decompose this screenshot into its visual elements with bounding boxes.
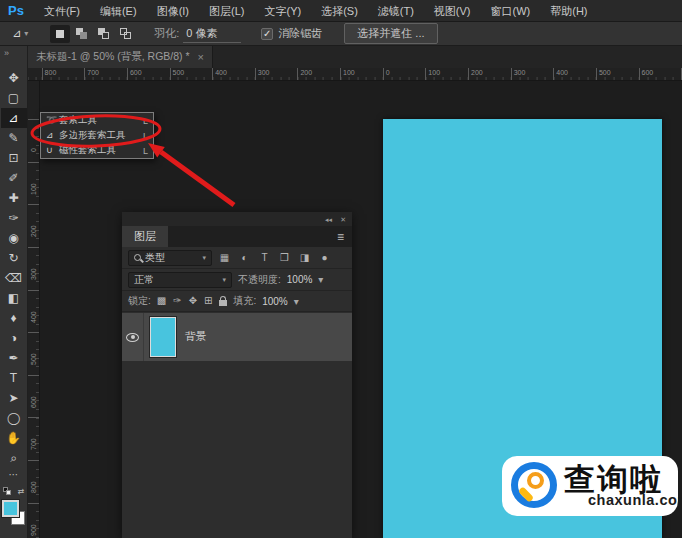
intersect-selection-icon (120, 28, 132, 40)
watermark-title: 查询啦 (564, 464, 663, 494)
visibility-toggle[interactable] (122, 313, 144, 361)
zoom-tool[interactable]: ⌕ (1, 448, 27, 468)
tool-options-bar: ⊿ ▾ 羽化: 0 像素 ✓ 消除锯齿 选择并遮住 ... (0, 22, 682, 46)
menu-item[interactable]: 文件(F) (34, 0, 90, 22)
toolbar-collapse-icon[interactable]: » (0, 46, 27, 62)
add-to-selection-button[interactable] (72, 25, 92, 43)
lasso-tool-item[interactable]: ➰ 套索工具 L (41, 113, 153, 128)
menu-item[interactable]: 滤镜(T) (368, 0, 424, 22)
lock-buttons: ▩✑✥⊞ (157, 296, 228, 306)
filter-adjustment-layers-icon[interactable]: ◐ (237, 253, 252, 263)
polygonal-lasso-tool[interactable]: ⊿ (1, 108, 27, 128)
logo-inner-ring (527, 472, 544, 489)
ruler-label: 200 (468, 68, 511, 80)
marquee-tool[interactable]: ▢ (1, 88, 27, 108)
photoshop-logo: Ps (0, 3, 34, 18)
ruler-label: 900 (28, 503, 39, 538)
crop-tool[interactable]: ⊡ (1, 148, 27, 168)
antialias-checkbox[interactable]: ✓ (261, 28, 273, 40)
menu-item[interactable]: 编辑(E) (90, 0, 147, 22)
close-tab-icon[interactable]: × (198, 51, 204, 63)
layer-thumbnail[interactable] (150, 317, 176, 357)
feather-input[interactable]: 0 像素 (183, 25, 241, 43)
lock-pixels-icon[interactable]: ✑ (173, 296, 181, 306)
filter-pixel-layers-icon[interactable]: ▦ (217, 253, 232, 263)
select-and-mask-button[interactable]: 选择并遮住 ... (344, 23, 437, 44)
vertical-ruler: 0100200300400500600700800900 (28, 81, 40, 538)
ruler-label: 800 (42, 68, 85, 80)
menu-item[interactable]: 窗口(W) (481, 0, 541, 22)
panel-header: ◂◂ ✕ (122, 212, 352, 226)
clone-stamp-tool[interactable]: ◉ (1, 228, 27, 248)
lock-artboard-icon[interactable]: ⊞ (204, 296, 212, 306)
magnifier-logo-icon (510, 461, 560, 511)
eraser-tool[interactable]: ⌫ (1, 268, 27, 288)
ruler-label: 400 (212, 68, 255, 80)
hand-tool[interactable]: ✋ (1, 428, 27, 448)
gradient-tool[interactable]: ◧ (1, 288, 27, 308)
chevron-down-icon: ▾ (222, 276, 226, 284)
ruler-label: 100 (340, 68, 383, 80)
filter-shape-layers-icon[interactable]: ❒ (277, 253, 292, 263)
dodge-tool[interactable]: ◑ (1, 328, 27, 348)
document-tab[interactable]: 未标题-1 @ 50% (背景, RGB/8) * × (28, 46, 213, 68)
blend-mode-dropdown[interactable]: 正常 ▾ (128, 272, 232, 288)
ruler-label: 800 (28, 460, 39, 503)
menu-item[interactable]: 图层(L) (199, 0, 254, 22)
brush-tool[interactable]: ✑ (1, 208, 27, 228)
ruler-label: 200 (297, 68, 340, 80)
current-tool-icon[interactable]: ⊿ ▾ (0, 27, 36, 40)
history-brush-tool[interactable]: ↻ (1, 248, 27, 268)
menu-item[interactable]: 文字(Y) (254, 0, 311, 22)
lock-transparency-icon[interactable]: ▩ (157, 296, 166, 306)
subtract-from-selection-button[interactable] (94, 25, 114, 43)
ruler-label: 700 (28, 417, 39, 460)
collapse-panel-icon[interactable]: ◂◂ (325, 216, 332, 223)
menu-item[interactable]: 图像(I) (147, 0, 199, 22)
intersect-selection-button[interactable] (116, 25, 136, 43)
layers-panel: ◂◂ ✕ 图层 ≡ 类型 ▾ ▦◐T❒◨● 正常 ▾ 不透明度: 100% ▾ … (122, 212, 352, 538)
move-tool[interactable]: ✥ (1, 68, 27, 88)
ruler-label: 300 (255, 68, 298, 80)
watermark-text: 查询啦 chaxunla.com (564, 464, 682, 508)
layers-tab[interactable]: 图层 (122, 226, 168, 247)
quick-selection-tool[interactable]: ✎ (1, 128, 27, 148)
foreground-color-swatch[interactable] (2, 500, 19, 517)
panel-menu-icon[interactable]: ≡ (337, 230, 352, 244)
type-tool[interactable]: T (1, 368, 27, 388)
chevron-down-icon: ▾ (202, 254, 206, 262)
filter-type-layers-icon[interactable]: T (257, 253, 272, 263)
opacity-value[interactable]: 100% (287, 274, 313, 285)
new-selection-button[interactable] (50, 25, 70, 43)
edit-toolbar-icon[interactable]: ⋯ (1, 470, 27, 484)
lock-all-icon[interactable] (219, 300, 227, 306)
eyedropper-tool[interactable]: ✐ (1, 168, 27, 188)
menu-item[interactable]: 帮助(H) (540, 0, 597, 22)
menu-item[interactable]: 选择(S) (311, 0, 368, 22)
polygonal-lasso-tool-item[interactable]: ⊿ 多边形套索工具 L (41, 128, 153, 143)
menu-item[interactable]: 视图(V) (424, 0, 481, 22)
filter-smart-objects-icon[interactable]: ◨ (297, 253, 312, 263)
fill-value[interactable]: 100% (262, 296, 288, 307)
filter-type-dropdown[interactable]: 类型 ▾ (128, 250, 212, 266)
close-panel-icon[interactable]: ✕ (340, 216, 346, 223)
tool-label: 多边形套索工具 (59, 129, 143, 142)
ellipse-tool[interactable]: ◯ (1, 408, 27, 428)
tool-shortcut: L (143, 131, 148, 141)
ruler-label: 400 (28, 290, 39, 333)
default-colors-icon[interactable] (3, 487, 12, 496)
healing-brush-tool[interactable]: ✚ (1, 188, 27, 208)
pen-tool[interactable]: ✒ (1, 348, 27, 368)
lock-position-icon[interactable]: ✥ (189, 296, 197, 306)
layer-row-background[interactable]: 背景 (122, 313, 352, 361)
blur-tool[interactable]: ♦ (1, 308, 27, 328)
filter-toggle-icon[interactable]: ● (317, 253, 332, 263)
path-selection-tool[interactable]: ➤ (1, 388, 27, 408)
chevron-down-icon[interactable]: ▾ (318, 274, 323, 285)
tool-shortcut: L (143, 116, 148, 126)
chevron-down-icon[interactable]: ▾ (294, 296, 299, 307)
swap-colors-icon[interactable]: ⇄ (18, 487, 25, 496)
magnetic-lasso-tool-item[interactable]: ∪ 磁性套索工具 L (41, 143, 153, 158)
layer-filter-row: 类型 ▾ ▦◐T❒◨● (122, 247, 352, 269)
ruler-label: 600 (639, 68, 682, 80)
